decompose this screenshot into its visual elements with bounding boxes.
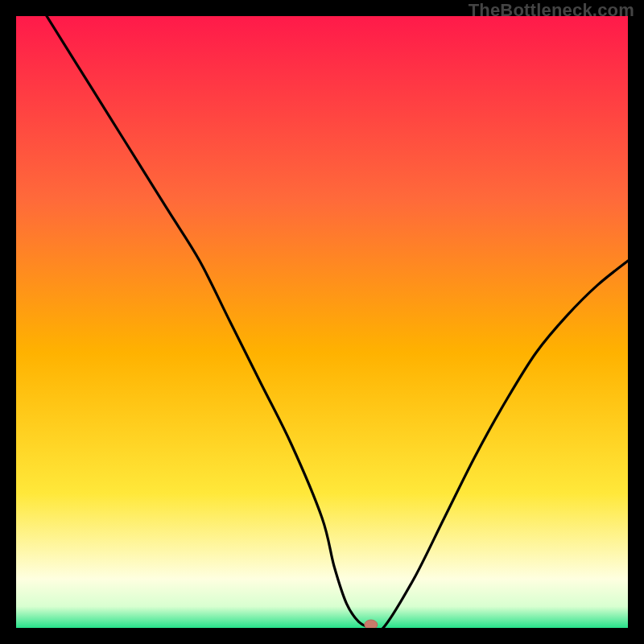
gradient-background bbox=[16, 16, 628, 628]
chart-svg bbox=[16, 16, 628, 628]
chart-frame: TheBottleneck.com bbox=[0, 0, 644, 644]
plot-area bbox=[16, 16, 628, 628]
optimal-point-marker bbox=[365, 620, 378, 628]
watermark-text: TheBottleneck.com bbox=[469, 0, 634, 21]
